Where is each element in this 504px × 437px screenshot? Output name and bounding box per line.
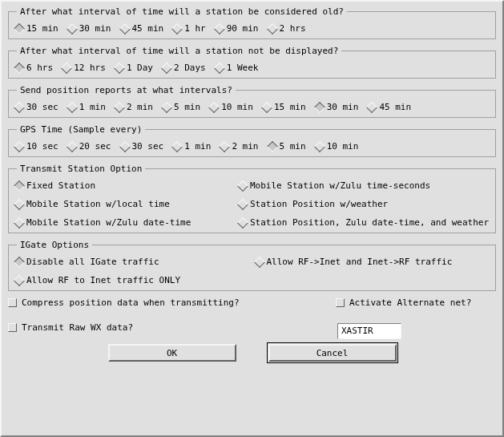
legend-gps-time: GPS Time (Sample every) <box>17 124 145 135</box>
radio-not_displayed-3[interactable]: 2 Days <box>163 63 206 73</box>
radio-label: 5 min <box>280 141 306 152</box>
radio-label: 2 hrs <box>280 23 306 34</box>
radio-label: 20 sec <box>79 141 111 152</box>
diamond-icon <box>266 140 277 152</box>
group-igate: IGate Options Disable all IGate trafficA… <box>8 240 496 291</box>
radio-gps_time-1[interactable]: 20 sec <box>68 141 111 152</box>
radio-old_station-3[interactable]: 1 hr <box>173 23 206 34</box>
radio-gps_time-4[interactable]: 2 min <box>220 141 258 152</box>
radio-label: Station Position, Zulu date-time, and we… <box>250 217 489 228</box>
radio-igate-1[interactable]: Allow RF->Inet and Inet->RF traffic <box>256 257 490 267</box>
diamond-icon <box>161 101 172 112</box>
radio-posit_interval-2[interactable]: 2 min <box>115 102 153 112</box>
diamond-icon <box>266 22 277 34</box>
radio-not_displayed-0[interactable]: 6 hrs <box>15 63 53 73</box>
diamond-icon <box>67 140 78 152</box>
radio-row-old-station: 15 min30 min45 min1 hr90 min2 hrs <box>15 23 489 34</box>
radio-old_station-2[interactable]: 45 min <box>121 23 164 34</box>
radio-label: Allow RF to Inet traffic ONLY <box>26 275 180 285</box>
diamond-icon <box>171 140 183 152</box>
diamond-icon <box>253 256 264 267</box>
group-gps-time: GPS Time (Sample every) 10 sec20 sec30 s… <box>8 124 496 157</box>
radio-label: 1 hr <box>184 23 206 34</box>
radio-not_displayed-4[interactable]: 1 Week <box>216 63 259 73</box>
radio-label: 30 min <box>327 102 359 112</box>
diamond-icon <box>214 22 225 34</box>
radio-label: 6 hrs <box>26 63 53 73</box>
radio-gps_time-5[interactable]: 5 min <box>268 141 306 152</box>
radio-old_station-1[interactable]: 30 min <box>68 23 111 34</box>
radio-label: Mobile Station w/Zulu time-seconds <box>250 180 430 191</box>
radio-label: 1 min <box>184 141 211 152</box>
radio-transmit_option-1[interactable]: Mobile Station w/Zulu time-seconds <box>239 180 489 191</box>
label-compress: Compress position data when transmitting… <box>22 297 240 308</box>
diamond-icon <box>171 22 183 34</box>
radio-label: 1 Day <box>127 63 153 73</box>
radio-label: Station Position w/weather <box>250 199 388 209</box>
diamond-icon <box>14 101 25 112</box>
label-altnet: Activate Alternate net? <box>349 297 471 308</box>
diamond-icon <box>237 216 248 228</box>
label-raw-wx: Transmit Raw WX data? <box>22 322 133 333</box>
radio-posit_interval-7[interactable]: 45 min <box>368 102 411 112</box>
radio-label: 15 min <box>274 102 306 112</box>
altnet-input[interactable] <box>337 323 401 339</box>
radio-label: Allow RF->Inet and Inet->RF traffic <box>267 257 453 267</box>
radio-transmit_option-3[interactable]: Station Position w/weather <box>239 199 489 209</box>
diamond-icon <box>314 101 325 112</box>
diamond-icon <box>366 101 377 112</box>
ok-button[interactable]: OK <box>108 344 236 362</box>
diamond-icon <box>14 62 25 73</box>
radio-label: Disable all IGate traffic <box>26 257 159 267</box>
radio-label: Mobile Station w/local time <box>26 199 170 209</box>
diamond-icon <box>67 101 78 112</box>
group-transmit-option: Transmit Station Option Fixed StationMob… <box>8 164 496 233</box>
radio-not_displayed-2[interactable]: 1 Day <box>115 63 153 73</box>
radio-not_displayed-1[interactable]: 12 hrs <box>62 63 106 73</box>
radio-row-not-displayed: 6 hrs12 hrs1 Day2 Days1 Week <box>15 63 489 73</box>
radio-old_station-4[interactable]: 90 min <box>216 23 259 34</box>
checkbox-compress[interactable] <box>8 298 17 307</box>
button-row: OK Cancel <box>8 344 496 362</box>
config-dialog: After what interval of time will a stati… <box>0 0 504 437</box>
radio-label: 1 min <box>79 102 106 112</box>
diamond-icon <box>14 198 25 209</box>
radio-igate-2[interactable]: Allow RF to Inet traffic ONLY <box>15 275 249 285</box>
radio-transmit_option-0[interactable]: Fixed Station <box>15 180 232 191</box>
cancel-button[interactable]: Cancel <box>268 344 397 362</box>
checkbox-raw-wx[interactable] <box>8 323 17 332</box>
diamond-icon <box>119 140 130 152</box>
radio-label: Fixed Station <box>26 180 95 191</box>
diamond-icon <box>14 140 25 152</box>
radio-gps_time-6[interactable]: 10 min <box>316 141 359 152</box>
diamond-icon <box>14 256 25 267</box>
radio-gps_time-0[interactable]: 10 sec <box>15 141 58 152</box>
radio-posit_interval-3[interactable]: 5 min <box>163 102 200 112</box>
radio-old_station-5[interactable]: 2 hrs <box>268 23 306 34</box>
radio-old_station-0[interactable]: 15 min <box>15 23 58 34</box>
diamond-icon <box>214 62 225 73</box>
diamond-icon <box>14 180 25 191</box>
checkbox-altnet[interactable] <box>336 298 345 307</box>
radio-row-gps-time: 10 sec20 sec30 sec1 min2 min5 min10 min <box>15 141 489 152</box>
radio-transmit_option-5[interactable]: Station Position, Zulu date-time, and we… <box>239 217 489 228</box>
radio-label: 2 Days <box>174 63 206 73</box>
radio-posit_interval-1[interactable]: 1 min <box>68 102 106 112</box>
legend-old-station: After what interval of time will a stati… <box>17 6 347 17</box>
radio-igate-0[interactable]: Disable all IGate traffic <box>15 257 249 267</box>
radio-posit_interval-4[interactable]: 10 min <box>210 102 253 112</box>
diamond-icon <box>208 101 220 112</box>
radio-transmit_option-2[interactable]: Mobile Station w/local time <box>15 199 232 209</box>
radio-posit_interval-5[interactable]: 15 min <box>263 102 306 112</box>
radio-posit_interval-6[interactable]: 30 min <box>316 102 359 112</box>
diamond-icon <box>114 101 125 112</box>
radio-gps_time-3[interactable]: 1 min <box>173 141 211 152</box>
radio-posit_interval-0[interactable]: 30 sec <box>15 102 58 112</box>
diamond-icon <box>119 22 130 34</box>
group-old-station: After what interval of time will a stati… <box>8 6 496 39</box>
radio-gps_time-2[interactable]: 30 sec <box>121 141 164 152</box>
radio-label: 2 min <box>232 141 258 152</box>
radio-transmit_option-4[interactable]: Mobile Station w/Zulu date-time <box>15 217 232 228</box>
diamond-icon <box>314 140 325 152</box>
diamond-icon <box>61 62 72 73</box>
